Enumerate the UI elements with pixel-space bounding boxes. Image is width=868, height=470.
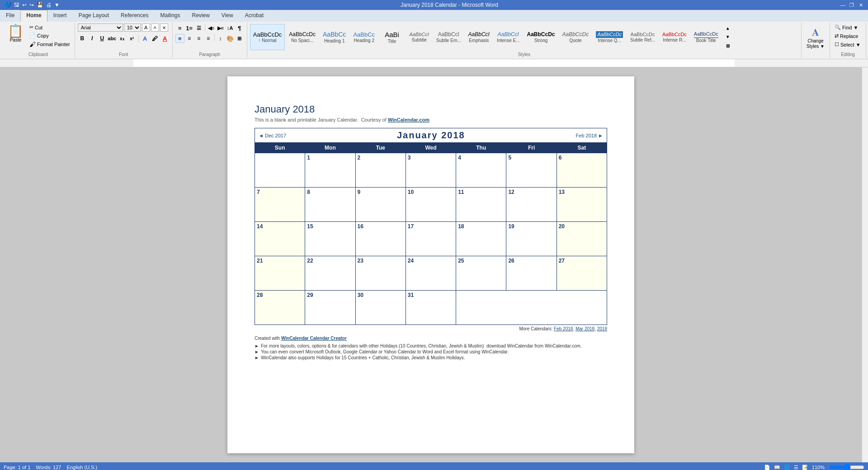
- align-left-button[interactable]: ≡: [175, 34, 184, 43]
- styles-scroll-down[interactable]: ▼: [723, 33, 732, 41]
- decrease-indent-button[interactable]: ◀≡: [207, 24, 216, 33]
- line-spacing-button[interactable]: ↕: [216, 34, 225, 43]
- multilevel-list-button[interactable]: ☰: [194, 24, 203, 33]
- show-para-button[interactable]: ¶: [235, 24, 244, 33]
- tab-home[interactable]: Home: [20, 10, 47, 22]
- view-full-reading[interactable]: 📖: [774, 465, 780, 470]
- vertical-scrollbar[interactable]: [862, 67, 868, 462]
- view-print-layout[interactable]: 📄: [764, 465, 770, 470]
- increase-indent-button[interactable]: ▶≡: [216, 24, 225, 33]
- text-effects-button[interactable]: A: [141, 34, 150, 43]
- calendar-day-cell: 27: [557, 256, 607, 291]
- change-styles-button[interactable]: 𝐀 ChangeStyles ▼: [804, 25, 827, 51]
- style-emphasis[interactable]: AaBbCcI Emphasis: [465, 24, 493, 50]
- border-button[interactable]: ⊞: [235, 34, 244, 43]
- style-title-label: Title: [388, 39, 396, 44]
- header-sat: Sat: [557, 143, 607, 153]
- style-intense-e[interactable]: AaBbCcI Intense E...: [494, 24, 523, 50]
- cut-button[interactable]: ✂ Cut: [28, 24, 72, 31]
- copy-button[interactable]: 📄 Copy: [28, 32, 72, 39]
- page-info: Page: 1 of 1: [4, 465, 30, 470]
- style-normal[interactable]: AaBbCcDc ↑ Normal: [250, 24, 285, 50]
- strikethrough-button[interactable]: abc: [108, 34, 117, 43]
- day-number: 15: [307, 223, 313, 230]
- document-scroll[interactable]: January 2018 This is a blank and printab…: [0, 67, 862, 462]
- font-shrink-button[interactable]: A: [151, 24, 159, 32]
- view-draft[interactable]: 📝: [802, 465, 808, 470]
- day-number: 21: [257, 258, 263, 264]
- style-intense-q-label: Intense Q...: [598, 38, 621, 43]
- tab-acrobat[interactable]: Acrobat: [239, 10, 269, 22]
- bold-button[interactable]: B: [78, 34, 87, 43]
- style-subtle-r[interactable]: AaBbCcDc Subtle Ref...: [627, 24, 658, 50]
- style-no-space[interactable]: AaBbCcDc No Spaci...: [286, 24, 319, 50]
- calendar-day-cell: 12: [506, 188, 557, 222]
- find-button[interactable]: 🔍 Find ▼: [833, 24, 863, 31]
- next-month-link[interactable]: Feb 2018 ►: [576, 133, 603, 138]
- style-heading1[interactable]: AaBbCc Heading 1: [320, 24, 349, 50]
- wincalendar-link[interactable]: WinCalendar.com: [388, 117, 429, 122]
- document-area: January 2018 This is a blank and printab…: [0, 67, 868, 462]
- select-button[interactable]: ☐ Select ▼: [833, 41, 863, 48]
- italic-button[interactable]: I: [88, 34, 97, 43]
- clipboard-group: 📋 Paste ✂ Cut 📄 Copy 🖌 Format Painter: [2, 23, 75, 58]
- styles-expand[interactable]: ⊞: [723, 42, 732, 50]
- footer-bullet-3: ► WinCalendar also supports Holidays for…: [255, 355, 607, 360]
- paste-button[interactable]: 📋 Paste: [5, 24, 27, 44]
- view-outline[interactable]: ☰: [794, 465, 798, 470]
- calendar-nav: ◄ Dec 2017 January 2018 Feb 2018 ►: [255, 128, 607, 142]
- justify-button[interactable]: ≡: [204, 34, 213, 43]
- replace-button[interactable]: ⇄ Replace: [833, 32, 863, 40]
- tab-review[interactable]: Review: [186, 10, 215, 22]
- styles-scroll-up[interactable]: ▲: [723, 24, 732, 33]
- shading-button[interactable]: 🎨: [226, 34, 235, 43]
- style-strong[interactable]: AaBbCcDc Strong: [524, 24, 558, 50]
- calendar-day-cell: 6: [557, 153, 607, 188]
- wincalendar-creator-link[interactable]: WinCalendar Calendar Creator: [281, 336, 347, 341]
- clear-format-button[interactable]: ✕: [160, 24, 168, 32]
- style-subtle-em[interactable]: AaBbCcI Subtle Em...: [433, 24, 464, 50]
- restore-button[interactable]: ❐: [848, 2, 855, 8]
- align-right-button[interactable]: ≡: [194, 34, 203, 43]
- style-book-title[interactable]: AaBbCcDc Book Title: [691, 24, 722, 50]
- tab-file[interactable]: File: [0, 10, 20, 22]
- font-size-select[interactable]: 10: [124, 24, 141, 32]
- style-title[interactable]: AaBi Title: [379, 24, 405, 50]
- calendar-day-cell: 15: [305, 222, 355, 256]
- font-color-button[interactable]: A: [160, 34, 170, 43]
- minimize-button[interactable]: —: [839, 2, 846, 8]
- font-name-select[interactable]: Arial: [78, 24, 123, 32]
- view-web-layout[interactable]: 🌐: [784, 465, 790, 470]
- feb-link[interactable]: Feb 2018: [554, 326, 573, 331]
- prev-month-link[interactable]: ◄ Dec 2017: [259, 133, 286, 138]
- format-painter-button[interactable]: 🖌 Format Painter: [28, 40, 72, 49]
- calendar-day-cell: 30: [355, 291, 406, 325]
- close-button[interactable]: ✕: [857, 2, 864, 8]
- mar-link[interactable]: Mar 2018: [576, 326, 594, 331]
- style-heading2[interactable]: AaBbCc Heading 2: [350, 24, 378, 50]
- format-painter-icon: 🖌: [29, 41, 36, 48]
- style-intense-q[interactable]: AaBbCcDc Intense Q...: [593, 24, 626, 50]
- highlight-button[interactable]: 🖊: [151, 34, 160, 43]
- tab-page-layout[interactable]: Page Layout: [73, 10, 115, 22]
- tab-insert[interactable]: Insert: [47, 10, 73, 22]
- zoom-slider[interactable]: [828, 465, 864, 470]
- ribbon: File Home Insert Page Layout References …: [0, 10, 868, 59]
- tab-mailings[interactable]: Mailings: [154, 10, 186, 22]
- align-center-button[interactable]: ≡: [185, 34, 194, 43]
- subscript-button[interactable]: x₂: [118, 34, 127, 43]
- tab-view[interactable]: View: [216, 10, 239, 22]
- tab-references[interactable]: References: [115, 10, 154, 22]
- editing-group: 🔍 Find ▼ ⇄ Replace ☐ Select ▼ Editing: [830, 23, 866, 58]
- style-quote[interactable]: AaBbCcDc Quote: [559, 24, 592, 50]
- superscript-button[interactable]: x²: [127, 34, 137, 43]
- year-link[interactable]: 2018: [597, 326, 607, 331]
- style-intense-r[interactable]: AaBbCcDc Intense R...: [659, 24, 690, 50]
- underline-button[interactable]: U: [98, 34, 107, 43]
- numbering-button[interactable]: 1≡: [185, 24, 194, 33]
- copy-icon: 📄: [29, 33, 36, 38]
- font-grow-button[interactable]: A: [142, 24, 150, 32]
- style-subtitle[interactable]: AaBbCcI Subtitle: [406, 24, 432, 50]
- bullets-button[interactable]: ≡: [175, 24, 184, 33]
- sort-button[interactable]: ↕A: [226, 24, 235, 33]
